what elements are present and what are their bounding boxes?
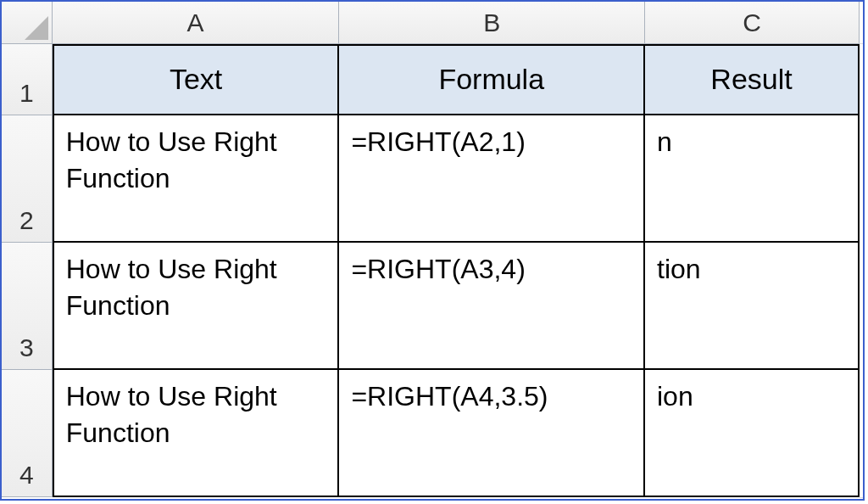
edge-spacer [860, 44, 863, 116]
edge-spacer [860, 2, 863, 44]
edge-spacer [860, 243, 863, 371]
cell-a3[interactable]: How to Use Right Function [53, 243, 340, 370]
edge-spacer [860, 115, 863, 244]
select-all-triangle-icon [25, 16, 48, 40]
select-all-corner[interactable] [2, 2, 53, 44]
cell-b1[interactable]: Formula [339, 44, 645, 115]
cell-c2[interactable]: n [645, 115, 860, 243]
column-header-a[interactable]: A [53, 2, 340, 44]
cell-c4[interactable]: ion [645, 370, 860, 497]
cell-a1[interactable]: Text [53, 44, 340, 115]
spreadsheet-grid: A B C 1 Text Formula Result 2 How to Use… [0, 0, 865, 501]
cell-a2[interactable]: How to Use Right Function [53, 115, 340, 243]
row-header-1[interactable]: 1 [2, 44, 53, 115]
cell-b4[interactable]: =RIGHT(A4,3.5) [339, 370, 645, 497]
row-header-3[interactable]: 3 [2, 243, 53, 370]
row-2: 2 How to Use Right Function =RIGHT(A2,1)… [2, 115, 863, 243]
cell-c1[interactable]: Result [645, 44, 860, 115]
cell-a4[interactable]: How to Use Right Function [53, 370, 340, 497]
row-header-2[interactable]: 2 [2, 115, 53, 243]
column-header-b[interactable]: B [339, 2, 645, 44]
column-header-row: A B C [2, 2, 863, 44]
cell-b3[interactable]: =RIGHT(A3,4) [339, 243, 645, 370]
cell-b2[interactable]: =RIGHT(A2,1) [339, 115, 645, 243]
cell-c3[interactable]: tion [645, 243, 860, 370]
row-header-4[interactable]: 4 [2, 370, 53, 497]
edge-spacer [860, 370, 863, 498]
row-4: 4 How to Use Right Function =RIGHT(A4,3.… [2, 370, 863, 497]
column-header-c[interactable]: C [645, 2, 860, 44]
row-1: 1 Text Formula Result [2, 44, 863, 115]
row-3: 3 How to Use Right Function =RIGHT(A3,4)… [2, 243, 863, 370]
